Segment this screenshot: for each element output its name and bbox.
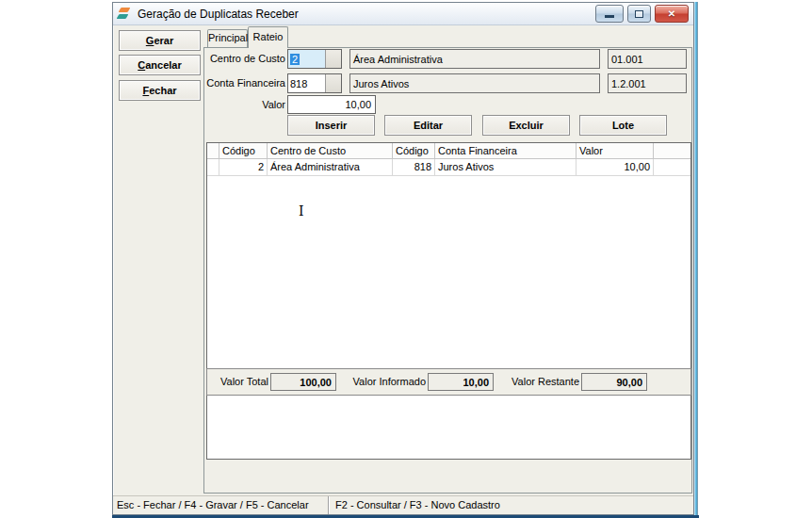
gerar-button-label: erar (154, 35, 173, 46)
gerar-button[interactable]: Gerar (119, 30, 201, 51)
conta-financeira-label: Conta Financeira (206, 73, 285, 93)
cell-valor: 10,00 (577, 159, 654, 176)
tab-page-rateio: Centro de Custo 2 Área Administrativa 01… (203, 47, 692, 494)
totals-panel: Valor Total 100,00 Valor Informado 10,00… (206, 368, 691, 396)
rateio-grid[interactable]: Código Centro de Custo Código Conta Fina… (206, 142, 691, 460)
grid-header-codigo-cf: Código (393, 143, 435, 159)
valor-informado-label: Valor Informado (349, 373, 426, 391)
valor-restante-field: 90,00 (581, 373, 647, 391)
valor-total-field: 100,00 (270, 373, 336, 391)
inserir-button[interactable]: Inserir (287, 115, 375, 136)
conta-financeira-lookup-button[interactable] (325, 74, 341, 92)
minimize-icon (605, 15, 614, 18)
centro-de-custo-name-field: Área Administrativa (349, 49, 600, 69)
grid-header-row: Código Centro de Custo Código Conta Fina… (207, 143, 690, 159)
window-controls: ✕ (595, 5, 689, 23)
cell-codigo-cc: 2 (219, 159, 268, 176)
fechar-button[interactable]: Fechar (119, 80, 201, 101)
cell-filler (654, 159, 690, 176)
grid-header-centro-de-custo: Centro de Custo (268, 143, 393, 159)
centro-de-custo-code-input[interactable]: 2 (287, 49, 342, 69)
row-indicator-cell (207, 159, 219, 176)
window-title: Geração de Duplicatas Receber (138, 8, 299, 21)
grid-header-indicator (207, 143, 219, 159)
valor-total-label: Valor Total (212, 373, 268, 391)
logo-bar-teal (117, 14, 129, 19)
grid-header-valor: Valor (577, 143, 654, 159)
conta-financeira-code-value: 818 (288, 74, 325, 92)
close-button[interactable]: ✕ (655, 5, 689, 23)
title-bar[interactable]: Geração de Duplicatas Receber ✕ (113, 3, 693, 25)
centro-de-custo-ref-field: 01.001 (608, 49, 687, 69)
minimize-button[interactable] (595, 5, 624, 23)
maximize-button[interactable] (627, 5, 651, 23)
excluir-button[interactable]: Excluir (482, 115, 570, 136)
maximize-icon (635, 10, 643, 18)
valor-informado-field: 10,00 (428, 373, 494, 391)
status-bar: Esc - Fechar / F4 - Gravar / F5 - Cancel… (113, 495, 693, 514)
fechar-button-label: echar (149, 85, 176, 96)
close-icon: ✕ (668, 9, 675, 19)
cell-codigo-cf: 818 (393, 159, 435, 176)
ibeam-cursor: I (299, 204, 304, 218)
status-left: Esc - Fechar / F4 - Gravar / F5 - Cancel… (113, 496, 329, 514)
grid-header-filler (654, 143, 690, 159)
window-border-accent-right (694, 2, 698, 515)
app-logo-icon (117, 7, 132, 21)
cancelar-button[interactable]: Cancelar (119, 55, 201, 75)
selected-text: 2 (290, 54, 300, 65)
conta-financeira-name-field: Juros Ativos (349, 73, 600, 93)
table-row[interactable]: 2 Área Administrativa 818 Juros Ativos 1… (207, 159, 690, 176)
conta-financeira-code-input[interactable]: 818 (287, 73, 342, 93)
centro-de-custo-code-value: 2 (288, 50, 325, 68)
valor-restante-label: Valor Restante (507, 373, 579, 391)
app-window: Geração de Duplicatas Receber ✕ Gerar Ca… (112, 2, 694, 515)
valor-label: Valor (206, 95, 285, 115)
valor-input[interactable]: 10,00 (287, 95, 376, 114)
conta-financeira-ref-field: 1.2.001 (608, 73, 687, 93)
cell-centro-de-custo: Área Administrativa (268, 159, 393, 176)
centro-de-custo-lookup-button[interactable] (325, 50, 341, 68)
centro-de-custo-label: Centro de Custo (206, 49, 285, 69)
lote-button[interactable]: Lote (579, 115, 667, 136)
status-right: F2 - Consultar / F3 - Novo Cadastro (329, 496, 693, 514)
tab-rateio[interactable]: Rateio (248, 26, 288, 48)
logo-bar-orange (119, 8, 131, 12)
grid-header-conta-financeira: Conta Financeira (435, 143, 577, 159)
editar-button[interactable]: Editar (384, 115, 472, 136)
cell-conta-financeira: Juros Ativos (435, 159, 577, 176)
cancelar-button-accel: C (138, 59, 145, 71)
grid-header-codigo-cc: Código (219, 143, 268, 159)
cancelar-button-label: ancelar (145, 59, 182, 71)
tab-principal[interactable]: Principal (207, 29, 248, 47)
